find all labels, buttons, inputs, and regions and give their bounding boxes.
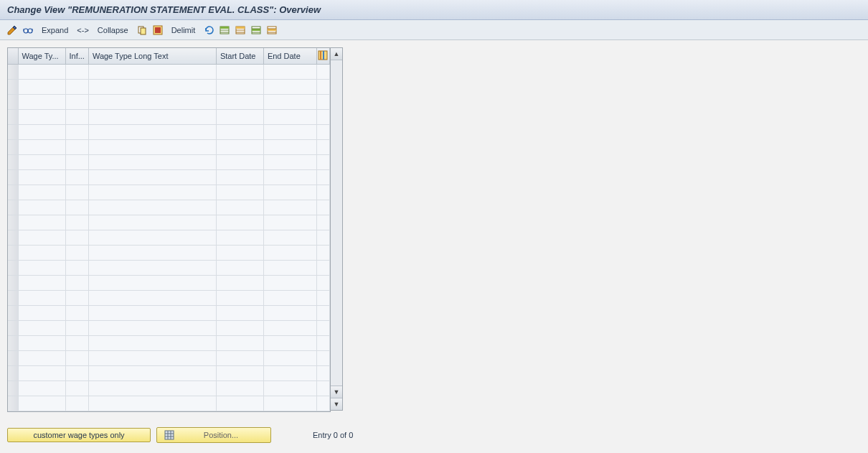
column-header[interactable]: Start Date — [216, 48, 263, 64]
table-cell[interactable] — [88, 365, 216, 380]
row-selector[interactable] — [8, 64, 18, 79]
table-cell[interactable] — [65, 200, 88, 215]
table-cell[interactable] — [216, 305, 263, 320]
column-header[interactable]: Wage Ty... — [18, 48, 65, 64]
table-cell[interactable] — [18, 185, 65, 200]
row-selector[interactable] — [8, 124, 18, 139]
row-selector[interactable] — [8, 139, 18, 154]
row-selector[interactable] — [8, 109, 18, 124]
table-cell[interactable] — [65, 380, 88, 396]
table-cell[interactable] — [216, 94, 263, 109]
table-cell[interactable] — [65, 64, 88, 79]
table-cell[interactable] — [88, 380, 216, 396]
table-cell[interactable] — [263, 230, 316, 245]
table-cell[interactable] — [88, 275, 216, 290]
delimit-button[interactable]: Delimit — [167, 24, 200, 36]
table-cell[interactable] — [88, 200, 216, 215]
table-cell[interactable] — [88, 320, 216, 335]
table-cell[interactable] — [88, 396, 216, 411]
table-cell[interactable] — [263, 305, 316, 320]
table-unmark-icon[interactable] — [265, 24, 278, 37]
table-select-icon[interactable] — [218, 24, 231, 37]
table-cell[interactable] — [216, 380, 263, 396]
table-corner[interactable] — [8, 48, 18, 64]
table-cell[interactable] — [216, 275, 263, 290]
table-cell[interactable] — [65, 215, 88, 230]
table-cell[interactable] — [263, 124, 316, 139]
glasses-icon[interactable] — [22, 24, 34, 37]
table-cell[interactable] — [216, 185, 263, 200]
scroll-end-button[interactable]: ▼ — [331, 398, 342, 410]
table-cell[interactable] — [263, 94, 316, 109]
scroll-down-button[interactable]: ▼ — [331, 386, 342, 398]
table-cell[interactable] — [18, 230, 65, 245]
table-cell[interactable] — [18, 275, 65, 290]
table-cell[interactable] — [88, 185, 216, 200]
table-cell[interactable] — [263, 245, 316, 260]
table-cell[interactable] — [263, 290, 316, 305]
row-selector[interactable] — [8, 275, 18, 290]
row-selector[interactable] — [8, 169, 18, 185]
table-cell[interactable] — [65, 185, 88, 200]
table-cell[interactable] — [18, 215, 65, 230]
row-selector[interactable] — [8, 305, 18, 320]
table-cell[interactable] — [216, 109, 263, 124]
table-cell[interactable] — [216, 365, 263, 380]
table-cell[interactable] — [88, 94, 216, 109]
table-cell[interactable] — [88, 335, 216, 350]
table-cell[interactable] — [216, 79, 263, 94]
table-cell[interactable] — [216, 200, 263, 215]
table-cell[interactable] — [88, 169, 216, 185]
expand-button[interactable]: Expand — [37, 24, 72, 36]
table-cell[interactable] — [65, 320, 88, 335]
table-cell[interactable] — [88, 64, 216, 79]
table-cell[interactable] — [88, 230, 216, 245]
table-cell[interactable] — [88, 305, 216, 320]
table-cell[interactable] — [65, 290, 88, 305]
row-selector[interactable] — [8, 290, 18, 305]
table-cell[interactable] — [18, 260, 65, 275]
table-cell[interactable] — [65, 139, 88, 154]
table-cell[interactable] — [263, 350, 316, 365]
row-selector[interactable] — [8, 94, 18, 109]
table-cell[interactable] — [88, 290, 216, 305]
table-cell[interactable] — [18, 380, 65, 396]
table-cell[interactable] — [263, 215, 316, 230]
table-cell[interactable] — [263, 185, 316, 200]
row-selector[interactable] — [8, 215, 18, 230]
table-cell[interactable] — [263, 380, 316, 396]
position-button[interactable]: Position... — [156, 427, 271, 443]
table-cell[interactable] — [88, 79, 216, 94]
table-cell[interactable] — [263, 79, 316, 94]
row-selector[interactable] — [8, 185, 18, 200]
table-cell[interactable] — [65, 230, 88, 245]
table-cell[interactable] — [18, 305, 65, 320]
table-cell[interactable] — [18, 124, 65, 139]
row-selector[interactable] — [8, 260, 18, 275]
table-cell[interactable] — [263, 109, 316, 124]
undo-icon[interactable] — [202, 24, 215, 37]
column-header[interactable]: End Date — [263, 48, 316, 64]
table-cell[interactable] — [65, 169, 88, 185]
row-selector[interactable] — [8, 245, 18, 260]
table-cell[interactable] — [216, 320, 263, 335]
row-selector[interactable] — [8, 365, 18, 380]
table-cell[interactable] — [216, 290, 263, 305]
table-cell[interactable] — [18, 94, 65, 109]
table-cell[interactable] — [263, 154, 316, 169]
row-selector[interactable] — [8, 396, 18, 411]
table-deselect-icon[interactable] — [234, 24, 247, 37]
table-cell[interactable] — [65, 365, 88, 380]
table-cell[interactable] — [88, 260, 216, 275]
table-cell[interactable] — [216, 260, 263, 275]
row-selector[interactable] — [8, 154, 18, 169]
select-all-icon[interactable] — [151, 24, 164, 37]
table-cell[interactable] — [65, 94, 88, 109]
table-cell[interactable] — [216, 154, 263, 169]
table-cell[interactable] — [65, 124, 88, 139]
table-cell[interactable] — [18, 64, 65, 79]
scroll-up-button[interactable]: ▲ — [331, 48, 342, 60]
table-cell[interactable] — [65, 79, 88, 94]
column-header[interactable]: Wage Type Long Text — [88, 48, 216, 64]
table-cell[interactable] — [263, 275, 316, 290]
